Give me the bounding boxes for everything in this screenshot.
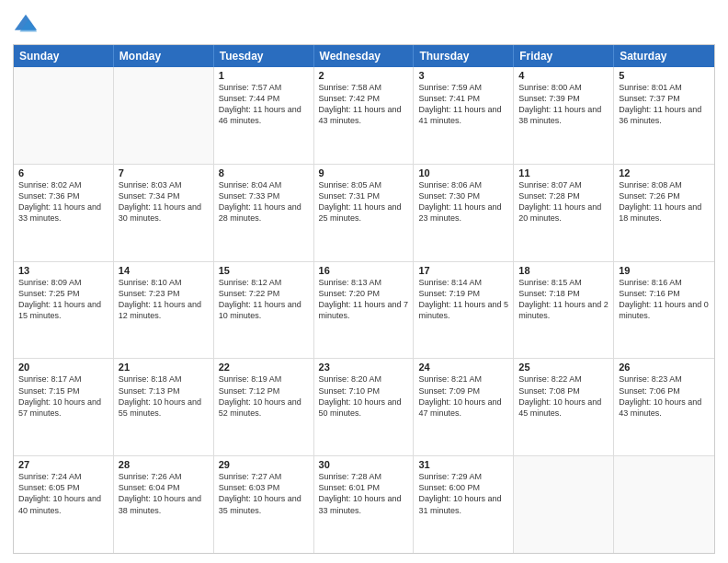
calendar-header-cell: Monday — [114, 45, 214, 67]
day-content: Sunrise: 8:14 AM Sunset: 7:19 PM Dayligh… — [418, 277, 508, 322]
calendar-cell: 8Sunrise: 8:04 AM Sunset: 7:33 PM Daylig… — [214, 165, 314, 261]
calendar-cell: 27Sunrise: 7:24 AM Sunset: 6:05 PM Dayli… — [14, 456, 114, 553]
day-content: Sunrise: 8:01 AM Sunset: 7:37 PM Dayligh… — [619, 82, 710, 127]
calendar-cell: 17Sunrise: 8:14 AM Sunset: 7:19 PM Dayli… — [414, 262, 514, 359]
calendar-cell-empty — [14, 67, 114, 164]
calendar-week-row: 27Sunrise: 7:24 AM Sunset: 6:05 PM Dayli… — [14, 456, 714, 553]
calendar-cell: 26Sunrise: 8:23 AM Sunset: 7:06 PM Dayli… — [614, 359, 714, 455]
day-number: 5 — [619, 70, 710, 81]
calendar-cell: 23Sunrise: 8:20 AM Sunset: 7:10 PM Dayli… — [314, 359, 415, 455]
day-content: Sunrise: 8:18 AM Sunset: 7:13 PM Dayligh… — [119, 373, 209, 419]
calendar-header-cell: Friday — [514, 45, 614, 67]
day-content: Sunrise: 8:06 AM Sunset: 7:30 PM Dayligh… — [418, 179, 508, 224]
calendar-cell: 2Sunrise: 7:58 AM Sunset: 7:42 PM Daylig… — [314, 67, 415, 164]
day-number: 17 — [418, 265, 508, 276]
day-content: Sunrise: 8:21 AM Sunset: 7:09 PM Dayligh… — [418, 373, 508, 419]
day-number: 3 — [418, 70, 508, 81]
calendar-header-cell: Wednesday — [314, 45, 415, 67]
day-content: Sunrise: 7:58 AM Sunset: 7:42 PM Dayligh… — [319, 82, 409, 127]
logo-icon — [13, 13, 39, 39]
calendar-cell: 29Sunrise: 7:27 AM Sunset: 6:03 PM Dayli… — [214, 456, 314, 553]
day-number: 16 — [319, 265, 409, 276]
day-number: 14 — [119, 265, 209, 276]
day-number: 18 — [518, 265, 609, 276]
day-number: 8 — [219, 167, 309, 178]
calendar-cell: 1Sunrise: 7:57 AM Sunset: 7:44 PM Daylig… — [214, 67, 314, 164]
calendar-week-row: 1Sunrise: 7:57 AM Sunset: 7:44 PM Daylig… — [14, 67, 714, 165]
calendar-cell: 7Sunrise: 8:03 AM Sunset: 7:34 PM Daylig… — [114, 165, 214, 261]
day-number: 12 — [619, 167, 710, 178]
calendar-header-cell: Sunday — [14, 45, 114, 67]
calendar-cell: 24Sunrise: 8:21 AM Sunset: 7:09 PM Dayli… — [414, 359, 514, 455]
day-content: Sunrise: 8:23 AM Sunset: 7:06 PM Dayligh… — [619, 373, 710, 419]
day-content: Sunrise: 8:08 AM Sunset: 7:26 PM Dayligh… — [619, 179, 710, 224]
day-content: Sunrise: 8:17 AM Sunset: 7:15 PM Dayligh… — [18, 373, 108, 419]
day-content: Sunrise: 8:02 AM Sunset: 7:36 PM Dayligh… — [18, 179, 108, 224]
day-content: Sunrise: 8:07 AM Sunset: 7:28 PM Dayligh… — [518, 179, 609, 224]
day-number: 22 — [219, 362, 309, 373]
calendar-cell: 21Sunrise: 8:18 AM Sunset: 7:13 PM Dayli… — [114, 359, 214, 455]
calendar-cell: 14Sunrise: 8:10 AM Sunset: 7:23 PM Dayli… — [114, 262, 214, 359]
calendar-cell-empty — [114, 67, 214, 164]
day-number: 23 — [319, 362, 409, 373]
calendar-week-row: 13Sunrise: 8:09 AM Sunset: 7:25 PM Dayli… — [14, 262, 714, 360]
day-number: 6 — [18, 167, 108, 178]
day-number: 19 — [619, 265, 710, 276]
day-number: 2 — [319, 70, 409, 81]
calendar-cell: 10Sunrise: 8:06 AM Sunset: 7:30 PM Dayli… — [414, 165, 514, 261]
calendar-cell: 16Sunrise: 8:13 AM Sunset: 7:20 PM Dayli… — [314, 262, 415, 359]
calendar: SundayMondayTuesdayWednesdayThursdayFrid… — [13, 44, 715, 554]
calendar-cell: 30Sunrise: 7:28 AM Sunset: 6:01 PM Dayli… — [314, 456, 415, 553]
day-content: Sunrise: 7:59 AM Sunset: 7:41 PM Dayligh… — [418, 82, 508, 127]
calendar-cell: 11Sunrise: 8:07 AM Sunset: 7:28 PM Dayli… — [514, 165, 614, 261]
day-content: Sunrise: 8:15 AM Sunset: 7:18 PM Dayligh… — [518, 277, 609, 322]
calendar-cell: 22Sunrise: 8:19 AM Sunset: 7:12 PM Dayli… — [214, 359, 314, 455]
day-content: Sunrise: 7:24 AM Sunset: 6:05 PM Dayligh… — [18, 471, 108, 516]
day-number: 4 — [518, 70, 609, 81]
day-content: Sunrise: 8:10 AM Sunset: 7:23 PM Dayligh… — [119, 277, 209, 322]
day-number: 10 — [418, 167, 508, 178]
day-number: 30 — [319, 459, 409, 470]
calendar-cell: 6Sunrise: 8:02 AM Sunset: 7:36 PM Daylig… — [14, 165, 114, 261]
page: SundayMondayTuesdayWednesdayThursdayFrid… — [0, 0, 728, 563]
calendar-cell: 4Sunrise: 8:00 AM Sunset: 7:39 PM Daylig… — [514, 67, 614, 164]
day-number: 31 — [418, 459, 508, 470]
calendar-header-cell: Tuesday — [214, 45, 314, 67]
day-number: 9 — [319, 167, 409, 178]
day-content: Sunrise: 8:16 AM Sunset: 7:16 PM Dayligh… — [619, 277, 710, 322]
calendar-cell: 9Sunrise: 8:05 AM Sunset: 7:31 PM Daylig… — [314, 165, 415, 261]
day-number: 21 — [119, 362, 209, 373]
calendar-cell: 18Sunrise: 8:15 AM Sunset: 7:18 PM Dayli… — [514, 262, 614, 359]
day-number: 26 — [619, 362, 710, 373]
calendar-body: 1Sunrise: 7:57 AM Sunset: 7:44 PM Daylig… — [14, 67, 714, 553]
calendar-cell: 13Sunrise: 8:09 AM Sunset: 7:25 PM Dayli… — [14, 262, 114, 359]
calendar-cell: 12Sunrise: 8:08 AM Sunset: 7:26 PM Dayli… — [614, 165, 714, 261]
calendar-cell-empty — [514, 456, 614, 553]
calendar-header-cell: Thursday — [414, 45, 514, 67]
calendar-cell: 25Sunrise: 8:22 AM Sunset: 7:08 PM Dayli… — [514, 359, 614, 455]
calendar-cell: 19Sunrise: 8:16 AM Sunset: 7:16 PM Dayli… — [614, 262, 714, 359]
day-content: Sunrise: 8:19 AM Sunset: 7:12 PM Dayligh… — [219, 373, 309, 419]
day-number: 20 — [18, 362, 108, 373]
calendar-week-row: 20Sunrise: 8:17 AM Sunset: 7:15 PM Dayli… — [14, 359, 714, 456]
day-content: Sunrise: 7:27 AM Sunset: 6:03 PM Dayligh… — [219, 471, 309, 516]
logo — [13, 13, 42, 39]
calendar-week-row: 6Sunrise: 8:02 AM Sunset: 7:36 PM Daylig… — [14, 165, 714, 262]
day-content: Sunrise: 7:57 AM Sunset: 7:44 PM Dayligh… — [219, 82, 309, 127]
day-number: 28 — [119, 459, 209, 470]
day-number: 11 — [518, 167, 609, 178]
calendar-cell: 20Sunrise: 8:17 AM Sunset: 7:15 PM Dayli… — [14, 359, 114, 455]
day-content: Sunrise: 8:04 AM Sunset: 7:33 PM Dayligh… — [219, 179, 309, 224]
day-number: 24 — [418, 362, 508, 373]
day-content: Sunrise: 8:05 AM Sunset: 7:31 PM Dayligh… — [319, 179, 409, 224]
day-number: 15 — [219, 265, 309, 276]
day-content: Sunrise: 8:03 AM Sunset: 7:34 PM Dayligh… — [119, 179, 209, 224]
day-number: 27 — [18, 459, 108, 470]
day-content: Sunrise: 8:20 AM Sunset: 7:10 PM Dayligh… — [319, 373, 409, 419]
calendar-header-cell: Saturday — [614, 45, 714, 67]
day-number: 13 — [18, 265, 108, 276]
day-content: Sunrise: 8:12 AM Sunset: 7:22 PM Dayligh… — [219, 277, 309, 322]
day-number: 1 — [219, 70, 309, 81]
calendar-header-row: SundayMondayTuesdayWednesdayThursdayFrid… — [14, 45, 714, 67]
day-content: Sunrise: 7:26 AM Sunset: 6:04 PM Dayligh… — [119, 471, 209, 516]
